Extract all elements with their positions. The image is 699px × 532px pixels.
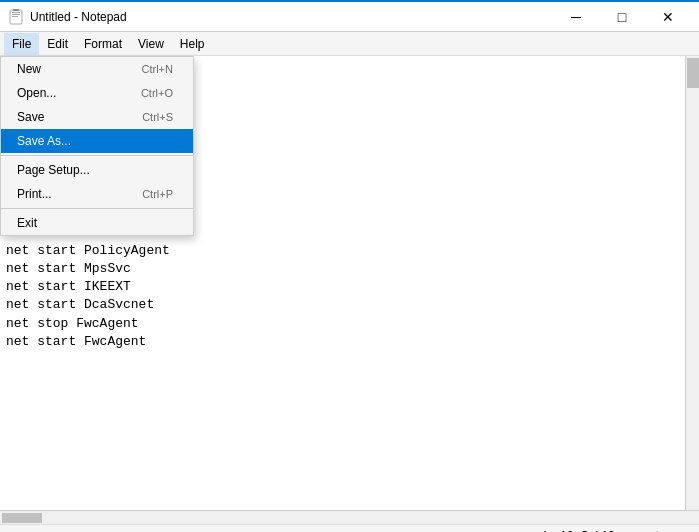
status-watermark: wsxdn.com: [631, 529, 691, 533]
menu-item-pagesetup-label: Page Setup...: [17, 163, 90, 177]
minimize-button[interactable]: ─: [553, 1, 599, 33]
horizontal-scrollbar-thumb[interactable]: [2, 513, 42, 523]
menu-item-new-label: New: [17, 62, 41, 76]
file-menu-panel: New Ctrl+N Open... Ctrl+O Save Ctrl+S Sa…: [0, 56, 194, 236]
menu-item-print-shortcut: Ctrl+P: [142, 188, 173, 200]
window-title: Untitled - Notepad: [30, 10, 127, 24]
svg-rect-3: [12, 16, 18, 17]
menu-item-saveas[interactable]: Save As...: [1, 129, 193, 153]
menu-separator-1: [1, 155, 193, 156]
vertical-scrollbar[interactable]: [685, 56, 699, 510]
menu-item-exit[interactable]: Exit: [1, 211, 193, 235]
menu-item-new-shortcut: Ctrl+N: [142, 63, 173, 75]
menu-view[interactable]: View: [130, 33, 172, 55]
status-position: Ln 19, Col 19: [544, 529, 615, 533]
editor-line: net start IKEEXT: [6, 278, 692, 296]
horizontal-scrollbar[interactable]: [0, 510, 699, 524]
menu-item-open[interactable]: Open... Ctrl+O: [1, 81, 193, 105]
menu-help[interactable]: Help: [172, 33, 213, 55]
editor-line: net start PolicyAgent: [6, 242, 692, 260]
menu-item-pagesetup[interactable]: Page Setup...: [1, 158, 193, 182]
bottom-area: Ln 19, Col 19 wsxdn.com: [0, 510, 699, 532]
menu-item-saveas-label: Save As...: [17, 134, 71, 148]
status-bar: Ln 19, Col 19 wsxdn.com: [0, 524, 699, 532]
file-menu-dropdown: New Ctrl+N Open... Ctrl+O Save Ctrl+S Sa…: [0, 56, 194, 236]
title-bar-left: Untitled - Notepad: [8, 9, 127, 25]
window-controls: ─ □ ✕: [553, 1, 691, 33]
menu-item-exit-label: Exit: [17, 216, 37, 230]
editor-line: net start FwcAgent: [6, 333, 692, 351]
close-button[interactable]: ✕: [645, 1, 691, 33]
vertical-scrollbar-thumb[interactable]: [687, 58, 699, 88]
svg-rect-4: [13, 9, 19, 11]
menu-item-open-shortcut: Ctrl+O: [141, 87, 173, 99]
menu-item-print[interactable]: Print... Ctrl+P: [1, 182, 193, 206]
maximize-button[interactable]: □: [599, 1, 645, 33]
menu-item-save-shortcut: Ctrl+S: [142, 111, 173, 123]
editor-line: net start MpsSvc: [6, 260, 692, 278]
menu-format[interactable]: Format: [76, 33, 130, 55]
editor-line: net stop FwcAgent: [6, 315, 692, 333]
menu-file[interactable]: File: [4, 33, 39, 55]
svg-rect-2: [12, 14, 20, 15]
menu-item-open-label: Open...: [17, 86, 56, 100]
title-bar: Untitled - Notepad ─ □ ✕: [0, 0, 699, 32]
menu-item-save[interactable]: Save Ctrl+S: [1, 105, 193, 129]
menu-separator-2: [1, 208, 193, 209]
menu-item-save-label: Save: [17, 110, 44, 124]
svg-rect-1: [12, 12, 20, 13]
menu-item-print-label: Print...: [17, 187, 52, 201]
menu-item-new[interactable]: New Ctrl+N: [1, 57, 193, 81]
notepad-icon: [8, 9, 24, 25]
menu-bar: File Edit Format View Help: [0, 32, 699, 56]
menu-edit[interactable]: Edit: [39, 33, 76, 55]
editor-line: net start DcaSvcnet: [6, 296, 692, 314]
